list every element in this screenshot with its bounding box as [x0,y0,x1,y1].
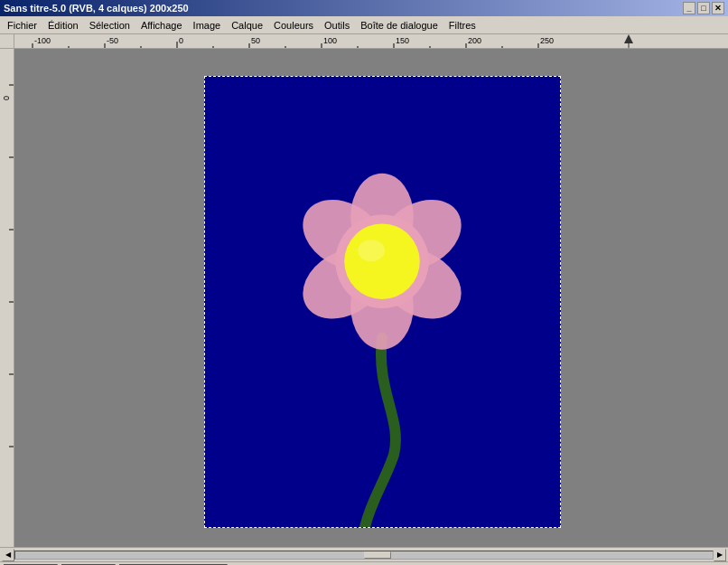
ruler-corner [0,34,14,49]
svg-rect-0 [14,34,728,49]
menu-edition[interactable]: Édition [42,18,84,33]
ruler-horizontal: -100 -50 0 50 100 150 200 250 [14,34,728,49]
svg-point-41 [344,223,420,299]
svg-text:50: 50 [251,36,260,45]
status-bar: 100% 200x250 [0,561,728,565]
svg-text:100: 100 [323,36,337,45]
canvas-workspace[interactable] [14,49,728,547]
ruler-container: -100 -50 0 50 100 150 200 250 [0,34,728,49]
menu-boite[interactable]: Boîte de dialogue [355,18,443,33]
window-title: Sans titre-5.0 (RVB, 4 calques) 200x250 [4,3,189,14]
menu-image[interactable]: Image [188,18,227,33]
menu-bar: Fichier Édition Sélection Affichage Imag… [0,16,728,34]
scrollbar-thumb[interactable] [364,551,391,559]
flower-svg [205,77,560,527]
maximize-button[interactable]: □ [697,2,710,14]
menu-selection[interactable]: Sélection [84,18,135,33]
svg-text:150: 150 [396,36,409,45]
menu-calque[interactable]: Calque [226,18,268,33]
svg-text:-50: -50 [107,36,118,45]
window-controls: _ □ ✕ [683,2,724,14]
menu-filtres[interactable]: Filtres [443,18,481,33]
title-bar: Sans titre-5.0 (RVB, 4 calques) 200x250 … [0,0,728,16]
menu-fichier[interactable]: Fichier [2,18,42,33]
ruler-vertical: 0 [0,49,14,547]
close-button[interactable]: ✕ [712,2,724,14]
svg-text:-100: -100 [34,36,51,45]
ruler-h-svg: -100 -50 0 50 100 150 200 250 [14,34,728,49]
menu-affichage[interactable]: Affichage [135,18,188,33]
menu-couleurs[interactable]: Couleurs [268,18,319,33]
image-canvas [204,76,561,528]
svg-text:250: 250 [540,36,554,45]
scrollbar-track[interactable] [14,551,714,560]
scroll-right-button[interactable]: ▶ [714,549,726,561]
scroll-left-button[interactable]: ◀ [2,549,14,561]
svg-text:0: 0 [179,36,183,45]
minimize-button[interactable]: _ [683,2,695,14]
ruler-v-svg: 0 [0,49,14,537]
svg-text:200: 200 [468,36,481,45]
svg-point-42 [358,240,385,261]
svg-rect-26 [0,49,14,537]
scrollbar-horizontal[interactable]: ◀ ▶ [0,547,728,561]
svg-text:0: 0 [2,96,11,100]
menu-outils[interactable]: Outils [319,18,355,33]
main-area: 0 [0,49,728,547]
